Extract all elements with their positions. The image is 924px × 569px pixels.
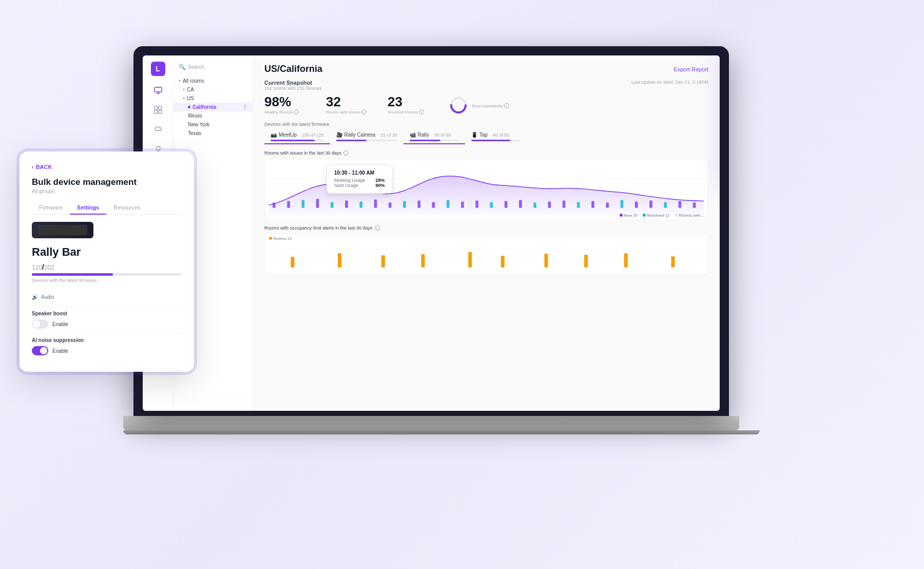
search-placeholder[interactable]: Search [188,64,204,70]
nav-texas[interactable]: Texas [174,129,253,138]
svg-rect-4 [159,110,162,113]
legend-new: New 20 [620,213,638,218]
meetup-icon: 📷 [271,132,277,138]
svg-rect-43 [291,257,294,268]
issues-info-icon: i [343,150,349,156]
settings-section: 🔊 Audio Speaker boost Enable AI noise su… [32,290,182,359]
meetup-name: MeetUp [279,132,297,138]
settings-speaker-boost: Speaker boost Enable [32,307,182,333]
sidebar-icon-grid[interactable] [153,105,163,115]
device-management-card: ‹ BACK Bulk device management All groups… [20,151,194,372]
svg-rect-28 [548,201,551,207]
svg-rect-47 [468,252,472,268]
rally-camera-name: Rally Camera [344,132,376,138]
tab-resources[interactable]: Resources [106,201,148,215]
svg-rect-20 [432,202,435,207]
svg-rect-48 [501,256,505,268]
svg-point-5 [156,146,160,150]
nav-illinois[interactable]: Illinois [174,111,253,120]
tab-settings[interactable]: Settings [70,201,106,215]
svg-rect-14 [345,200,348,207]
nav-ca[interactable]: ▾ CA [174,85,253,94]
legend-resolved: Resolved 12 [643,213,669,218]
chart-legend: New 20 Resolved 12 Rooms with... [620,213,704,218]
svg-rect-31 [591,201,594,207]
back-arrow-icon: ‹ [32,164,34,170]
nav-new-york[interactable]: New York [174,120,253,129]
svg-rect-50 [584,255,588,268]
ai-noise-toggle[interactable] [32,346,48,355]
card-subtitle: All groups [32,188,182,194]
nav-all-rooms[interactable]: ▾ All rooms [174,77,253,85]
snapshot-label: Current Snapshot [264,80,322,86]
occupancy-chart-title: Rooms with occupancy limit alerts in the… [264,225,708,231]
page-title: US/California [264,64,322,74]
firmware-tab-rally-camera[interactable]: 🎥 Rally Camera 15 of 30 [330,130,403,144]
rally-name: Rally [418,132,429,138]
firmware-tab-meetup[interactable]: 📷 MeetUp 100 of 120 [264,130,330,144]
svg-rect-21 [447,200,450,207]
search-bar: 🔍 Search [174,62,253,72]
snapshot-header: Current Snapshot 151 rooms with 255 devi… [264,80,708,91]
occupancy-chart-section: Rooms with occupancy limit alerts in the… [264,225,708,275]
svg-rect-9 [273,203,276,208]
audio-label: 🔊 Audio [32,294,182,300]
snapshot-sub: 151 rooms with 255 devices [264,86,322,91]
svg-rect-10 [287,201,290,207]
snoozed-rooms-value: 23 [388,95,434,108]
svg-rect-33 [621,200,624,207]
ai-noise-toggle-label: Enable [52,348,68,354]
sidebar-icon-cloud[interactable] [153,124,163,135]
occupancy-chart-area: Rooms 12 [264,234,708,275]
firmware-tab-tap[interactable]: 📱 Tap 40 of 50 [465,130,527,144]
back-button[interactable]: ‹ BACK [32,164,182,170]
nav-us[interactable]: ▾ US [174,94,253,103]
svg-rect-16 [374,199,377,207]
rooms-issues-value: 32 [326,95,372,108]
tooltip-seat-usage: Seat Usage 90% [334,183,385,188]
speaker-boost-toggle[interactable] [32,319,48,329]
tap-icon: 📱 [471,132,477,138]
tab-firmware[interactable]: Firmware [32,201,70,215]
svg-rect-52 [671,256,675,268]
nav-california[interactable]: California [174,103,253,111]
svg-rect-3 [155,110,158,113]
svg-rect-46 [421,254,425,268]
issues-chart-section: Rooms with issues in the last 30 days i … [264,150,708,220]
svg-rect-44 [338,253,341,268]
svg-rect-2 [159,106,162,109]
svg-rect-51 [624,253,628,268]
room-availability-donut [449,96,468,115]
export-report-button[interactable]: Export Report [673,66,708,72]
app-logo[interactable]: L [151,62,165,76]
meetup-count: 100 of 120 [302,132,324,138]
svg-rect-30 [577,202,580,207]
settings-audio-section: 🔊 Audio [32,290,182,307]
main-header: US/California Export Report [264,64,708,74]
room-availability-label: Room Availability i [472,103,509,108]
svg-rect-29 [563,200,566,207]
device-sub: Devices with the latest firmware [32,278,182,283]
settings-ai-noise: AI noise suppression Enable [32,333,182,359]
healthy-rooms-label: Healthy Rooms i [264,109,311,115]
svg-rect-13 [331,202,334,207]
svg-rect-23 [475,200,478,207]
speaker-boost-label: Speaker boost [32,311,182,316]
card-tabs: Firmware Settings Resources [32,201,182,215]
device-name: Rally Bar [32,245,182,259]
firmware-tab-rally[interactable]: 📹 Rally 38 of 60 [403,130,465,144]
svg-rect-27 [533,203,536,208]
stat-room-availability: Room Availability i [449,96,509,115]
device-image [32,222,93,238]
issues-chart-area: 10:30 - 11:00 AM Meeting Usage 28% Seat … [264,159,708,220]
ai-noise-toggle-row: Enable [32,346,182,355]
stat-rooms-issues: 32 Rooms with Issues i [326,95,372,115]
sidebar-icon-monitor[interactable] [153,85,163,96]
rally-icon: 📹 [410,132,416,138]
svg-rect-36 [664,202,667,207]
firmware-section: Devices with the latest firmware 📷 MeetU… [264,122,708,144]
svg-rect-38 [693,203,696,208]
svg-rect-35 [649,200,652,207]
legend-rooms: Rooms with... [675,213,704,218]
search-icon: 🔍 [179,64,186,70]
